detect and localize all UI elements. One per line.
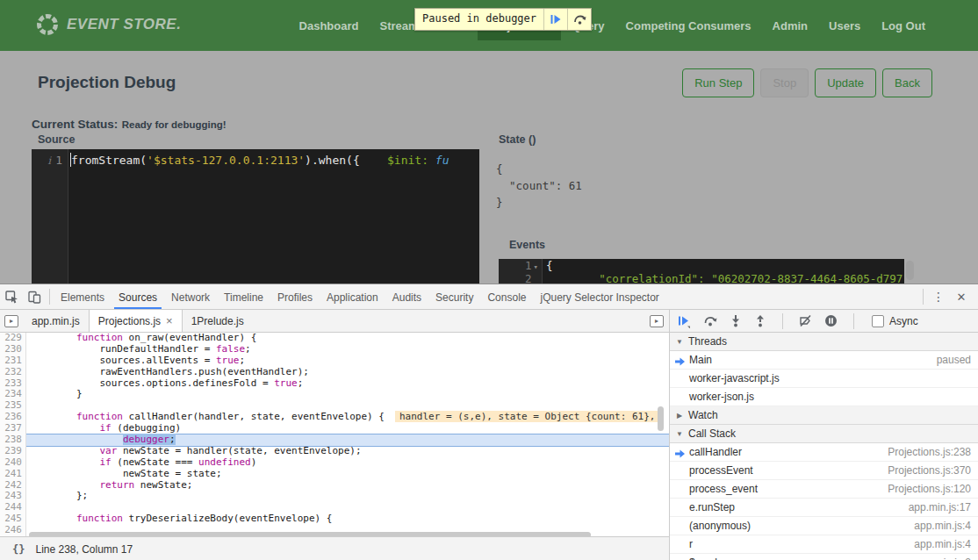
brand[interactable]: EVENT STORE. <box>35 12 181 37</box>
pause-on-exceptions-button[interactable] <box>824 314 838 327</box>
line-number[interactable]: 231 <box>0 355 26 367</box>
nav-item-competing-consumers[interactable]: Competing Consumers <box>615 11 762 40</box>
tab-sources[interactable]: Sources <box>114 285 162 309</box>
stack-frame-anonymous[interactable]: (anonymous)app.min.js:4 <box>670 517 978 535</box>
frame-location: app.min.js:4 <box>914 538 978 550</box>
fold-arrow-icon[interactable]: ▾ <box>532 262 538 271</box>
nav-item-log-out[interactable]: Log Out <box>871 11 936 40</box>
watch-section-header[interactable]: ▶ Watch <box>670 406 978 425</box>
frame-function-name: $.each <box>689 556 721 560</box>
pretty-print-icon[interactable]: {} <box>0 543 35 556</box>
events-scrollbar-thumb[interactable] <box>906 261 914 280</box>
line-number[interactable]: 230 <box>0 344 26 355</box>
events-editor[interactable]: 1▾ { 2▾ "correlationId": "06202702-8837-… <box>499 259 904 284</box>
frame-location: app.min.js:17 <box>909 501 978 513</box>
stack-frame-r[interactable]: rapp.min.js:4 <box>670 535 978 554</box>
stack-frame-each[interactable]: $.eachapp.min.js:2 <box>670 554 978 560</box>
step-over-button[interactable] <box>703 314 717 327</box>
nav-item-admin[interactable]: Admin <box>762 11 818 40</box>
inspect-element-icon[interactable] <box>0 287 23 306</box>
code-rows: 229 function on_raw(eventHandler) {230 r… <box>0 333 669 536</box>
tab-profiles[interactable]: Profiles <box>273 285 317 309</box>
thread-worker-json-js[interactable]: worker-json.js <box>670 388 978 406</box>
async-label: Async <box>889 315 918 327</box>
cursor-position-text: Line 238, Column 17 <box>35 543 133 556</box>
stack-frame-callhandler[interactable]: callHandlerProjections.js:238 <box>670 443 978 462</box>
stop-button[interactable]: Stop <box>760 68 809 97</box>
show-navigator-icon[interactable]: ▸ <box>0 310 23 332</box>
async-checkbox[interactable] <box>872 315 884 327</box>
status-label: Current Status: <box>32 118 118 131</box>
thread-worker-javascript-js[interactable]: worker-javascript.js <box>670 370 978 388</box>
threads-section-header[interactable]: ▼ Threads <box>670 333 978 351</box>
close-tab-icon[interactable]: × <box>166 314 173 327</box>
call-stack-title: Call Stack <box>688 427 736 440</box>
state-json: { "count": 61 } <box>496 161 582 211</box>
line-number[interactable]: 239 <box>0 446 26 457</box>
text-cursor <box>70 153 71 167</box>
call-stack-rows: callHandlerProjections.js:238processEven… <box>670 443 978 560</box>
code-line-243[interactable]: 243 }; <box>0 491 669 502</box>
tab-timeline[interactable]: Timeline <box>219 285 268 309</box>
thread-main[interactable]: Mainpaused <box>670 351 978 370</box>
frame-function-name: processEvent <box>689 464 753 477</box>
disclosure-triangle-icon: ▼ <box>675 338 684 346</box>
source-line-number: 1 <box>55 154 62 167</box>
stack-frame-processevent[interactable]: processEventProjections.js:370 <box>670 462 978 480</box>
deactivate-breakpoints-button[interactable] <box>799 314 812 327</box>
devtools-tabbar-right: ⋮ ✕ <box>919 287 978 306</box>
line-number[interactable]: 238 <box>0 434 26 446</box>
tab-security[interactable]: Security <box>431 285 478 309</box>
code-line-245[interactable]: 245 function tryDeserializeBody(eventEnv… <box>0 513 669 525</box>
line-number[interactable]: 246 <box>0 525 26 536</box>
screen: EVENT STORE. DashboardStream BrowserProj… <box>0 0 978 560</box>
devtools-tabs: ElementsSourcesNetworkTimelineProfilesAp… <box>54 285 666 309</box>
stack-frame-process-event[interactable]: process_eventProjections.js:120 <box>670 480 978 499</box>
current-position-arrow-icon <box>675 357 685 366</box>
tab-network[interactable]: Network <box>167 285 214 309</box>
run-step-button[interactable]: Run Step <box>682 68 754 97</box>
line-number[interactable]: 241 <box>0 469 26 480</box>
page-title: Projection Debug <box>38 73 176 92</box>
show-panel-icon[interactable]: ▸ <box>650 310 669 332</box>
devtools-close-icon[interactable]: ✕ <box>950 287 973 306</box>
step-out-button[interactable] <box>754 314 766 327</box>
tooltip-resume-button[interactable] <box>543 9 567 30</box>
threads-rows: Mainpausedworker-javascript.jsworker-jso… <box>670 351 978 406</box>
file-tab-bar: ▸ app.min.jsProjections.js×1Prelude.js ▸ <box>0 310 669 333</box>
devtools-menu-icon[interactable]: ⋮ <box>927 287 950 306</box>
tab-console[interactable]: Console <box>483 285 530 309</box>
device-toolbar-icon[interactable] <box>23 287 46 306</box>
file-tab-1prelude-js[interactable]: 1Prelude.js <box>183 310 253 332</box>
code-line-242[interactable]: 242 return newState; <box>0 480 669 492</box>
code-text: sources.options.definesFold = true; <box>26 378 669 390</box>
frame-function-name: r <box>689 538 693 550</box>
source-editor[interactable]: i1 fromStream('$stats-127.0.0.1:2113').w… <box>32 149 479 284</box>
nav-item-dashboard[interactable]: Dashboard <box>289 11 370 40</box>
frame-function-name: (anonymous) <box>689 520 751 532</box>
tooltip-step-over-button[interactable] <box>567 9 591 30</box>
tab-audits[interactable]: Audits <box>388 285 426 309</box>
resume-script-button[interactable] <box>677 314 691 328</box>
line-number[interactable]: 232 <box>0 367 26 378</box>
vertical-scrollbar-thumb[interactable] <box>658 406 664 431</box>
stack-frame-e-runstep[interactable]: e.runStepapp.min.js:17 <box>670 499 978 517</box>
call-stack-section-header[interactable]: ▼ Call Stack <box>670 425 978 443</box>
update-button[interactable]: Update <box>815 68 876 97</box>
nav-item-users[interactable]: Users <box>818 11 871 40</box>
step-into-button[interactable] <box>730 314 742 327</box>
file-tab-projections-js[interactable]: Projections.js× <box>89 310 183 332</box>
code-line-233[interactable]: 233 sources.options.definesFold = true; <box>0 378 669 390</box>
code-panel[interactable]: 229 function on_raw(eventHandler) {230 r… <box>0 333 669 536</box>
back-button[interactable]: Back <box>882 68 932 97</box>
tab-elements[interactable]: Elements <box>56 285 109 309</box>
frame-function-name: e.runStep <box>689 501 735 513</box>
file-tab-app-min-js[interactable]: app.min.js <box>23 310 89 332</box>
line-number[interactable]: 240 <box>0 457 26 469</box>
debugger-toolbar: Async <box>670 310 978 333</box>
code-line-234[interactable]: 234 } <box>0 389 669 400</box>
tab-application[interactable]: Application <box>322 285 383 309</box>
line-number[interactable]: 229 <box>0 333 26 344</box>
top-navbar: EVENT STORE. DashboardStream BrowserProj… <box>0 0 978 51</box>
tab-jquery-selector-inspector[interactable]: jQuery Selector Inspector <box>536 285 663 309</box>
